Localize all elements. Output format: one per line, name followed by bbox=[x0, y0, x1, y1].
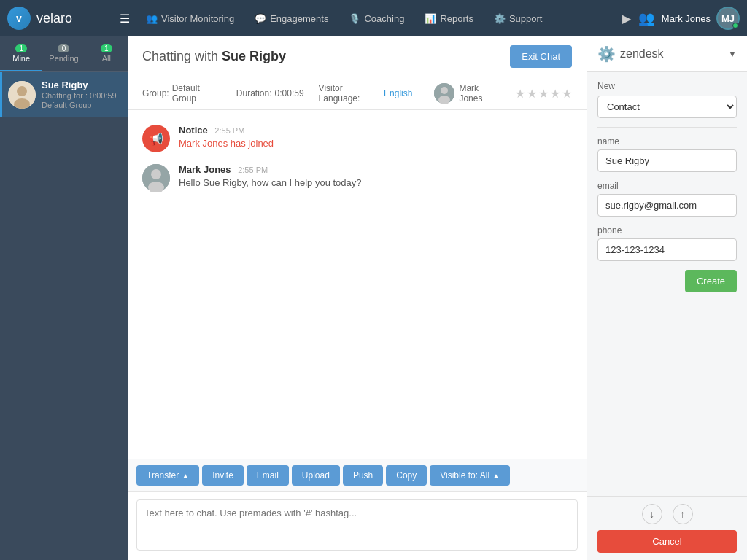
agent-msg-avatar bbox=[142, 164, 170, 192]
language-link[interactable]: English bbox=[384, 88, 412, 98]
chat-input[interactable] bbox=[136, 499, 578, 551]
chat-title: Chatting with Sue Rigby bbox=[142, 49, 286, 64]
online-indicator bbox=[732, 23, 738, 28]
phone-label: phone bbox=[597, 225, 737, 236]
nav-arrow-icon[interactable]: ▶ bbox=[622, 12, 631, 26]
name-label: name bbox=[597, 136, 737, 147]
pending-count: 0 bbox=[58, 44, 69, 52]
users-icon[interactable]: 👥 bbox=[638, 10, 654, 26]
phone-input[interactable] bbox=[597, 238, 737, 261]
scroll-up-button[interactable]: ↑ bbox=[673, 504, 693, 524]
zendesk-form-area: New Contact Ticket Lead name email phone… bbox=[587, 72, 747, 496]
sidebar-tab-pending[interactable]: 0 Pending bbox=[42, 36, 85, 71]
pending-label: Pending bbox=[46, 54, 81, 63]
coaching-icon: 🎙️ bbox=[349, 13, 360, 24]
chat-list-item[interactable]: Sue Rigby Chatting for : 0:00:59 Default… bbox=[0, 72, 128, 117]
email-label: email bbox=[597, 181, 737, 191]
logo-icon: v bbox=[7, 7, 31, 30]
message-row-notice: 📢 Notice 2:55 PM Mark Jones has joined bbox=[142, 125, 572, 152]
upload-button[interactable]: Upload bbox=[292, 465, 340, 486]
notice-content: Notice 2:55 PM Mark Jones has joined bbox=[179, 125, 572, 149]
chat-group: Default Group bbox=[42, 101, 117, 109]
email-input[interactable] bbox=[597, 194, 737, 217]
star-5: ★ bbox=[562, 87, 572, 101]
form-divider bbox=[597, 127, 737, 128]
engagements-icon: 💬 bbox=[255, 13, 266, 24]
star-2: ★ bbox=[527, 87, 537, 101]
visitor-avatar bbox=[8, 81, 36, 109]
agent-msg-text: Hello Sue Rigby, how can I help you toda… bbox=[179, 177, 572, 188]
zendesk-dropdown-icon[interactable]: ▼ bbox=[728, 49, 737, 59]
sidebar: 1 Mine 0 Pending 1 All Sue Rigby bbox=[0, 36, 128, 560]
logo-area: v velaro bbox=[7, 7, 109, 30]
name-input[interactable] bbox=[597, 149, 737, 172]
agent-chat-name: Mark Jones bbox=[459, 83, 500, 104]
zendesk-header: ⚙️ zendesk ▼ bbox=[587, 36, 747, 72]
duration-meta: Duration: 0:00:59 bbox=[236, 88, 304, 98]
svg-point-4 bbox=[441, 87, 448, 94]
chat-toolbar: Transfer ▲ Invite Email Upload Push Copy… bbox=[128, 459, 587, 492]
chat-header: Chatting with Sue Rigby Exit Chat bbox=[128, 36, 587, 77]
support-icon: ⚙️ bbox=[494, 13, 506, 24]
sidebar-tab-mine[interactable]: 1 Mine bbox=[0, 36, 42, 71]
app-name: velaro bbox=[36, 11, 72, 26]
top-navigation: v velaro ☰ 👥 Visitor Monitoring 💬 Engage… bbox=[0, 0, 747, 36]
chat-area: Chatting with Sue Rigby Exit Chat Group:… bbox=[128, 36, 587, 560]
visible-caret-icon: ▲ bbox=[492, 472, 500, 480]
right-panel-footer: ↓ ↑ Cancel bbox=[587, 496, 747, 560]
reports-icon: 📊 bbox=[425, 13, 436, 24]
all-count: 1 bbox=[101, 44, 112, 52]
rating-stars: ★ ★ ★ ★ ★ bbox=[515, 87, 572, 101]
nav-engagements[interactable]: 💬 Engagements bbox=[246, 9, 337, 28]
chat-visitor-name: Sue Rigby bbox=[42, 79, 117, 90]
agent-chat-avatar bbox=[434, 83, 454, 104]
zendesk-logo: ⚙️ zendesk bbox=[597, 45, 664, 63]
language-meta: Visitor Language: English bbox=[319, 83, 413, 104]
contact-type-select[interactable]: Contact Ticket Lead bbox=[597, 96, 737, 118]
sidebar-tabs: 1 Mine 0 Pending 1 All bbox=[0, 36, 128, 72]
agent-info: Mark Jones bbox=[434, 83, 500, 104]
invite-button[interactable]: Invite bbox=[202, 465, 244, 486]
cancel-button[interactable]: Cancel bbox=[597, 530, 737, 553]
new-label: New bbox=[597, 81, 737, 91]
svg-point-7 bbox=[151, 169, 161, 179]
scroll-down-button[interactable]: ↓ bbox=[642, 504, 662, 524]
agent-msg-time: 2:55 PM bbox=[238, 166, 268, 174]
agent-msg-content: Mark Jones 2:55 PM Hello Sue Rigby, how … bbox=[179, 164, 572, 188]
sidebar-tab-all[interactable]: 1 All bbox=[85, 36, 128, 71]
chat-meta: Group: Default Group Duration: 0:00:59 V… bbox=[128, 77, 587, 110]
notice-avatar-icon: 📢 bbox=[142, 125, 170, 152]
exit-chat-button[interactable]: Exit Chat bbox=[510, 45, 572, 68]
nav-support[interactable]: ⚙️ Support bbox=[485, 9, 551, 28]
create-button[interactable]: Create bbox=[685, 270, 737, 292]
email-button[interactable]: Email bbox=[247, 465, 289, 486]
hamburger-menu[interactable]: ☰ bbox=[120, 12, 130, 26]
notice-time: 2:55 PM bbox=[214, 126, 244, 135]
right-panel: ⚙️ zendesk ▼ New Contact Ticket Lead nam… bbox=[587, 36, 747, 560]
footer-arrows: ↓ ↑ bbox=[597, 504, 737, 524]
chat-duration: Chatting for : 0:00:59 bbox=[42, 91, 117, 100]
nav-coaching[interactable]: 🎙️ Coaching bbox=[340, 9, 413, 28]
nav-visitor-monitoring[interactable]: 👥 Visitor Monitoring bbox=[137, 9, 243, 28]
agent-msg-sender: Mark Jones bbox=[179, 164, 231, 175]
message-row-agent: Mark Jones 2:55 PM Hello Sue Rigby, how … bbox=[142, 164, 572, 192]
star-3: ★ bbox=[538, 87, 549, 101]
main-layout: 1 Mine 0 Pending 1 All Sue Rigby bbox=[0, 36, 747, 560]
all-label: All bbox=[89, 54, 124, 63]
messages-area: 📢 Notice 2:55 PM Mark Jones has joined bbox=[128, 110, 587, 459]
transfer-button[interactable]: Transfer ▲ bbox=[136, 465, 199, 486]
nav-right: ▶ 👥 Mark Jones MJ bbox=[622, 7, 740, 30]
zendesk-logo-text: zendesk bbox=[620, 47, 664, 61]
visible-to-button[interactable]: Visible to: All ▲ bbox=[430, 465, 510, 486]
nav-reports[interactable]: 📊 Reports bbox=[416, 9, 482, 28]
group-meta: Group: Default Group bbox=[142, 83, 222, 104]
star-4: ★ bbox=[550, 87, 560, 101]
copy-button[interactable]: Copy bbox=[386, 465, 427, 486]
chat-input-area bbox=[128, 492, 587, 560]
transfer-caret-icon: ▲ bbox=[182, 472, 189, 480]
svg-point-1 bbox=[17, 86, 27, 96]
star-1: ★ bbox=[515, 87, 525, 101]
user-avatar: MJ bbox=[716, 7, 740, 30]
push-button[interactable]: Push bbox=[343, 465, 383, 486]
notice-sender: Notice bbox=[179, 125, 208, 136]
